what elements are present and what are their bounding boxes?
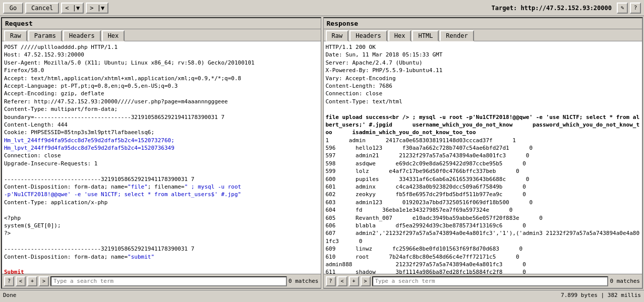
request-search-bar: ? < + > 0 matches bbox=[2, 274, 321, 288]
help-button[interactable]: ? bbox=[630, 3, 641, 14]
response-matches: 0 matches bbox=[610, 278, 640, 284]
response-search-input[interactable] bbox=[372, 276, 609, 286]
request-panel: Request Raw Params Headers Hex POST ////… bbox=[1, 17, 321, 289]
response-tabs: Raw Headers Hex HTML Render bbox=[324, 29, 642, 41]
response-panel: Response Raw Headers Hex HTML Render HTT… bbox=[323, 17, 643, 289]
tab-params-request[interactable]: Params bbox=[28, 30, 62, 41]
target-label: Target: http://47.52.152.93:20000 bbox=[492, 5, 612, 12]
request-search-input[interactable] bbox=[50, 276, 287, 286]
resp-search-help-btn[interactable]: ? bbox=[326, 276, 336, 286]
edit-button[interactable]: ✎ bbox=[617, 3, 628, 14]
request-tabs: Raw Params Headers Hex bbox=[2, 29, 321, 41]
request-title: Request bbox=[2, 18, 321, 29]
go-button[interactable]: Go bbox=[3, 3, 23, 14]
top-bar: Go Cancel < |▼ > |▼ Target: http://47.52… bbox=[0, 0, 644, 16]
tab-headers-request[interactable]: Headers bbox=[63, 30, 101, 41]
status-info: 7.899 bytes | 382 millis bbox=[561, 292, 641, 298]
response-title: Response bbox=[324, 18, 642, 29]
submit-value: Submit bbox=[4, 269, 24, 274]
request-matches: 0 matches bbox=[288, 278, 319, 284]
req-search-opt-btn[interactable]: > bbox=[39, 276, 49, 286]
cookie-link1: Hm_lvt_244ff9d4fa95dcc8d7e59d2dfaf5b2c4=… bbox=[4, 137, 174, 144]
req-search-next-btn[interactable]: + bbox=[27, 276, 37, 286]
tab-headers-response[interactable]: Headers bbox=[349, 30, 387, 41]
request-rest: Connection: close Upgrade-Insecure-Reque… bbox=[4, 152, 241, 260]
cancel-button[interactable]: Cancel bbox=[25, 3, 59, 14]
prev-button[interactable]: < |▼ bbox=[61, 3, 84, 14]
resp-search-prev-btn[interactable]: < bbox=[337, 276, 347, 286]
resp-search-opt-btn[interactable]: > bbox=[361, 276, 371, 286]
response-table: 1 admin 2417ca0e6583038191148d03cccad37f… bbox=[326, 137, 640, 274]
tab-raw-request[interactable]: Raw bbox=[4, 30, 27, 41]
tab-render-response[interactable]: Render bbox=[440, 30, 474, 41]
main-area: Request Raw Params Headers Hex POST ////… bbox=[0, 16, 644, 290]
response-body-intro: file upload success<br /> ; mysql -u roo… bbox=[326, 114, 640, 136]
tab-hex-request[interactable]: Hex bbox=[102, 30, 125, 41]
next-button[interactable]: > |▼ bbox=[86, 3, 108, 14]
response-content[interactable]: HTTP/1.1 200 OK Date: Sun, 11 Mar 2018 0… bbox=[324, 41, 642, 274]
response-search-bar: ? < + > 0 matches bbox=[324, 274, 642, 288]
status-bar: Done 7.899 bytes | 382 millis bbox=[0, 290, 644, 300]
response-headers: HTTP/1.1 200 OK Date: Sun, 11 Mar 2018 0… bbox=[326, 44, 443, 105]
toolbar-left: Go Cancel < |▼ > |▼ bbox=[3, 3, 492, 14]
cookie-link2: Hm_lpvt_244ff9d4fa95dcc8d7e59d2dfaf5b2c4… bbox=[4, 145, 174, 151]
req-search-prev-btn[interactable]: < bbox=[16, 276, 26, 286]
req-search-help-btn[interactable]: ? bbox=[4, 276, 14, 286]
tab-hex-response[interactable]: Hex bbox=[388, 30, 412, 41]
tab-raw-response[interactable]: Raw bbox=[326, 30, 349, 41]
request-line1: POST /////upllloadddd.php HTTP/1.1 Host:… bbox=[4, 44, 255, 136]
edit-icon: ✎ bbox=[621, 5, 624, 11]
status-text: Done bbox=[3, 292, 17, 298]
tab-html-response[interactable]: HTML bbox=[412, 30, 439, 41]
request-content[interactable]: POST /////upllloadddd.php HTTP/1.1 Host:… bbox=[2, 41, 321, 274]
help-icon: ? bbox=[634, 5, 637, 11]
resp-search-next-btn[interactable]: + bbox=[349, 276, 359, 286]
toolbar-right: Target: http://47.52.152.93:20000 ✎ ? bbox=[492, 3, 641, 14]
